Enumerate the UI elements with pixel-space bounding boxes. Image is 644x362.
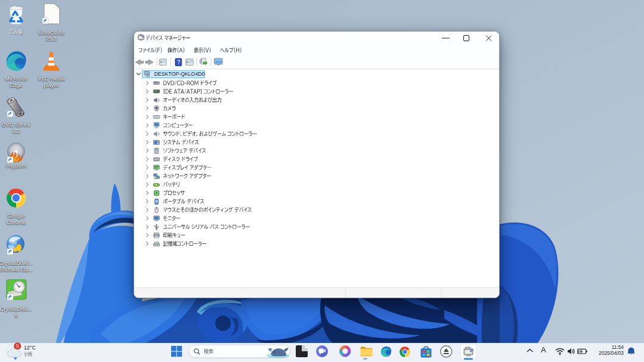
svg-text:5: 5 — [16, 343, 19, 349]
svg-text:?: ? — [177, 58, 180, 66]
